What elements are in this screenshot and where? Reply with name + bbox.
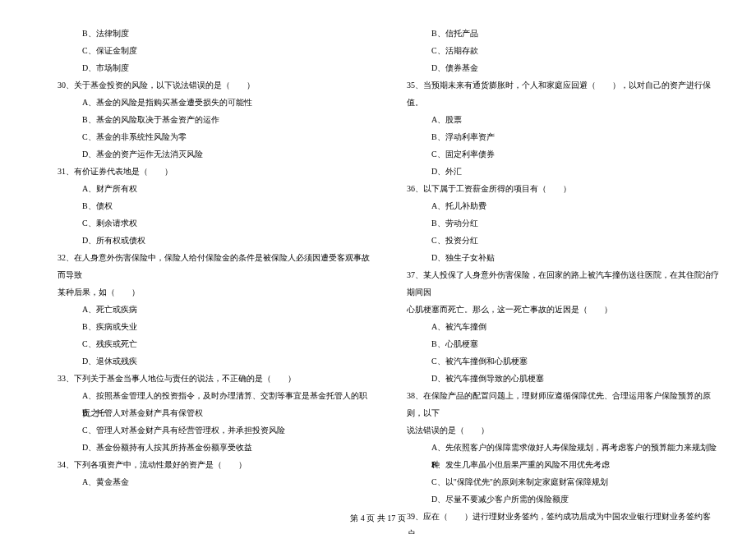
q34-option-a: A、黄金基金 (58, 473, 370, 490)
q32-option-d: D、退休或残疾 (58, 352, 370, 370)
q30-stem: 30、关于基金投资的风险，以下说法错误的是（ ） (58, 76, 370, 94)
q33-stem: 33、下列关于基金当事人地位与责任的说法，不正确的是（ ） (58, 370, 370, 387)
page-footer: 第 4 页 共 17 页 (0, 513, 756, 524)
q32-option-c: C、残疾或死亡 (58, 335, 370, 352)
q35-stem: 35、当预期未来有通货膨胀时，个人和家庭应回避（ ），以对自己的资产进行保值。 (407, 76, 719, 111)
q35-option-c: C、固定利率债券 (407, 145, 719, 163)
q37-option-b: B、心肌梗塞 (407, 335, 719, 352)
q36-option-b: B、劳动分红 (407, 214, 719, 232)
q38-continuation: 说法错误的是（ ） (407, 421, 719, 439)
q37-option-c: C、被汽车撞倒和心肌梗塞 (407, 352, 719, 370)
q35-option-b: B、浮动利率资产 (407, 128, 719, 145)
q32-stem: 32、在人身意外伤害保险中，保险人给付保险金的条件是被保险人必须因遭受客观事故而… (58, 249, 370, 283)
q37-stem: 37、某人投保了人身意外伤害保险，在回家的路上被汽车撞伤送往医院，在其住院治疗期… (407, 266, 719, 301)
q38-option-b: B、发生几率虽小但后果严重的风险不用优先考虑 (407, 456, 719, 473)
q30-option-b: B、基金的风险取决于基金资产的运作 (58, 111, 370, 128)
q33-option-c: C、管理人对基金财产具有经营管理权，并承担投资风险 (58, 421, 370, 439)
q31-option-b: B、债权 (58, 197, 370, 214)
q35-option-a: A、股票 (407, 111, 719, 128)
q33-option-d: D、基金份额持有人按其所持基金份额享受收益 (58, 439, 370, 456)
q38-option-a: A、先依照客户的保障需求做好人寿保险规划，再考虑客户的预算能力来规划险种 (407, 439, 719, 456)
q31-option-d: D、所有权或债权 (58, 232, 370, 249)
left-column: B、法律制度 C、保证金制度 D、市场制度 30、关于基金投资的风险，以下说法错… (25, 25, 382, 489)
q36-stem: 36、以下属于工资薪金所得的项目有（ ） (407, 180, 719, 197)
q34-option-b: B、信托产品 (407, 25, 719, 42)
q32-option-a: A、死亡或疾病 (58, 301, 370, 318)
q31-option-a: A、财产所有权 (58, 180, 370, 197)
q37-option-a: A、被汽车撞倒 (407, 318, 719, 335)
q36-option-c: C、投资分红 (407, 232, 719, 249)
q30-option-d: D、基金的资产运作无法消灭风险 (58, 145, 370, 163)
q31-option-c: C、剩余请求权 (58, 214, 370, 232)
q36-option-a: A、托儿补助费 (407, 197, 719, 214)
q37-option-d: D、被汽车撞倒导致的心肌梗塞 (407, 370, 719, 387)
q34-stem: 34、下列各项资产中，流动性最好的资产是（ ） (58, 456, 370, 473)
q38-stem: 38、在保险产品的配置问题上，理财师应遵循保障优先、合理运用客户保险预算的原则，… (407, 387, 719, 421)
q31-stem: 31、有价证券代表地是（ ） (58, 163, 370, 180)
q32-continuation: 某种后果，如（ ） (58, 283, 370, 301)
right-column: B、信托产品 C、活期存款 D、债券基金 35、当预期未来有通货膨胀时，个人和家… (382, 25, 731, 489)
q29-option-c: C、保证金制度 (58, 42, 370, 59)
q34-option-d: D、债券基金 (407, 59, 719, 76)
q33-option-b: B、托管人对基金财产具有保管权 (58, 404, 370, 421)
q29-option-b: B、法律制度 (58, 25, 370, 42)
q34-option-c: C、活期存款 (407, 42, 719, 59)
q33-option-a: A、按照基金管理人的投资指令，及时办理清算、交割等事宜是基金托管人的职责之一 (58, 387, 370, 404)
page-container: B、法律制度 C、保证金制度 D、市场制度 30、关于基金投资的风险，以下说法错… (0, 0, 756, 509)
q32-option-b: B、疾病或失业 (58, 318, 370, 335)
q30-option-c: C、基金的非系统性风险为零 (58, 128, 370, 145)
q38-option-d: D、尽量不要减少客户所需的保险额度 (407, 490, 719, 508)
q29-option-d: D、市场制度 (58, 59, 370, 76)
q38-option-c: C、以"保障优先"的原则来制定家庭财富保障规划 (407, 473, 719, 490)
q37-continuation: 心肌梗塞而死亡。那么，这一死亡事故的近因是（ ） (407, 301, 719, 318)
q30-option-a: A、基金的风险是指购买基金遭受损失的可能性 (58, 94, 370, 111)
q36-option-d: D、独生子女补贴 (407, 249, 719, 266)
q35-option-d: D、外汇 (407, 163, 719, 180)
